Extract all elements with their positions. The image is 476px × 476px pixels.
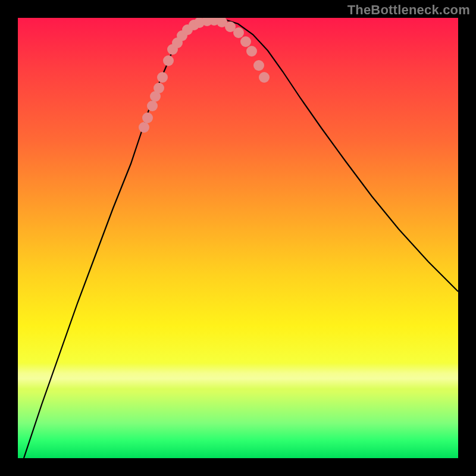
watermark-text: TheBottleneck.com [347,2,470,18]
dot [154,83,164,93]
chart-area [18,18,458,458]
dot [157,72,168,83]
dot [233,27,244,38]
highlighted-points [139,18,270,133]
dot [259,72,270,83]
dot [139,122,149,133]
dot [147,101,158,111]
dot [240,36,251,47]
curve-svg [18,18,458,458]
dot [163,55,174,66]
dot [142,112,153,123]
dot [253,60,264,71]
dot [246,46,257,57]
bottleneck-curve [24,18,458,458]
